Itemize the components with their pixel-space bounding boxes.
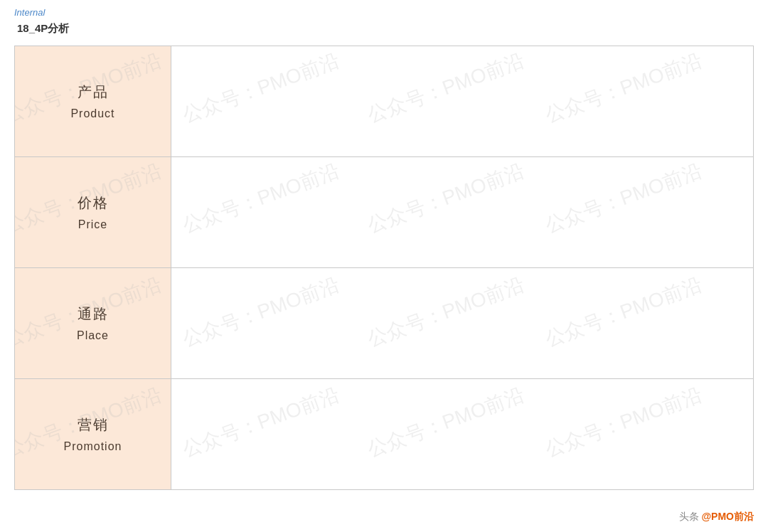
product-content-cell[interactable] bbox=[171, 46, 753, 156]
page-title: 18_4P分析 bbox=[17, 22, 754, 36]
place-content-cell[interactable] bbox=[171, 268, 753, 378]
promotion-en: Promotion bbox=[64, 440, 122, 453]
promotion-zh: 营销 bbox=[78, 415, 109, 435]
product-label-cell: 产品 Product bbox=[15, 46, 171, 156]
place-en: Place bbox=[77, 329, 109, 342]
place-row: 通路 Place bbox=[15, 268, 753, 379]
promotion-row: 营销 Promotion bbox=[15, 379, 753, 489]
footer-brand: @PMO前沿 bbox=[701, 511, 754, 522]
price-en: Price bbox=[78, 218, 107, 231]
page-container: Internal 18_4P分析 公众号：PMO前沿 公众号：PMO前沿 公众号… bbox=[0, 0, 768, 532]
price-zh: 价格 bbox=[78, 193, 109, 213]
product-en: Product bbox=[70, 107, 114, 120]
place-zh: 通路 bbox=[78, 304, 109, 324]
promotion-content-cell[interactable] bbox=[171, 379, 753, 489]
product-zh: 产品 bbox=[78, 83, 109, 102]
price-label-cell: 价格 Price bbox=[15, 157, 171, 267]
analysis-table: 公众号：PMO前沿 公众号：PMO前沿 公众号：PMO前沿 公众号：PMO前沿 … bbox=[14, 46, 754, 490]
price-row: 价格 Price bbox=[15, 157, 753, 268]
promotion-label-cell: 营销 Promotion bbox=[15, 379, 171, 489]
internal-label: Internal bbox=[14, 7, 754, 18]
footer-watermark: 头条 @PMO前沿 bbox=[679, 511, 754, 523]
product-row: 产品 Product bbox=[15, 46, 753, 157]
place-label-cell: 通路 Place bbox=[15, 268, 171, 378]
price-content-cell[interactable] bbox=[171, 157, 753, 267]
